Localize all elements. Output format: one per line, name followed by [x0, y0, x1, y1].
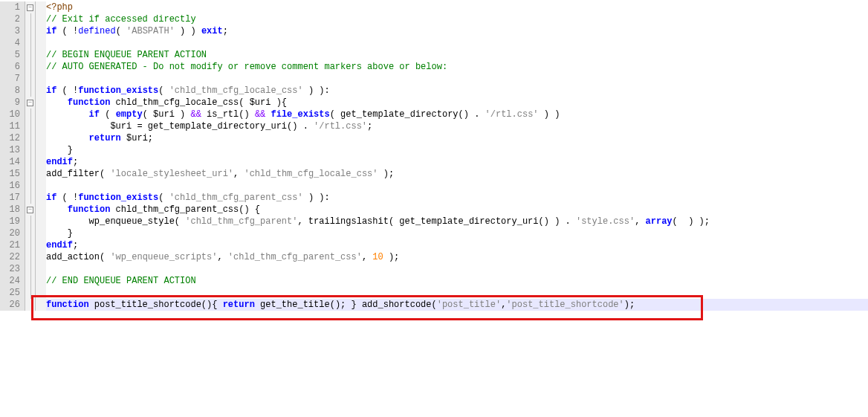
code-content[interactable]: } — [46, 227, 868, 239]
fold-guide-line — [30, 25, 31, 37]
editor-margin — [36, 239, 46, 251]
editor-margin — [36, 299, 46, 311]
code-token: 'chld_thm_cfg_locale_css' — [244, 169, 378, 179]
fold-guide-line — [30, 156, 31, 168]
code-line[interactable]: 15add_filter( 'locale_stylesheet_uri', '… — [0, 168, 868, 180]
code-token: endif — [46, 157, 73, 167]
code-line[interactable]: 8if ( !function_exists( 'chld_thm_cfg_lo… — [0, 85, 868, 97]
code-line[interactable]: 13 } — [0, 144, 868, 156]
code-content[interactable]: if ( !function_exists( 'chld_thm_cfg_loc… — [46, 85, 868, 97]
line-number: 20 — [0, 227, 25, 239]
fold-guide-line — [30, 192, 31, 204]
fold-gutter[interactable]: − — [25, 204, 36, 216]
fold-guide-line — [30, 227, 31, 239]
code-content[interactable]: endif; — [46, 239, 868, 251]
code-line[interactable]: 16 — [0, 180, 868, 192]
code-content[interactable]: <?php — [46, 1, 868, 13]
code-line[interactable]: 22add_action( 'wp_enqueue_scripts', 'chl… — [0, 251, 868, 263]
fold-gutter — [25, 13, 36, 25]
code-content[interactable]: // Exit if accessed directly — [46, 13, 868, 25]
code-content[interactable]: $uri = get_template_directory_uri() . '/… — [46, 120, 868, 132]
code-line[interactable]: 1−<?php — [0, 1, 868, 13]
code-content[interactable]: function post_title_shortcode(){ return … — [46, 299, 868, 311]
fold-collapse-icon[interactable]: − — [27, 207, 33, 213]
editor-margin — [36, 97, 46, 109]
code-content[interactable]: // END ENQUEUE PARENT ACTION — [46, 275, 868, 287]
code-content[interactable]: function chld_thm_cfg_locale_css( $uri )… — [46, 97, 868, 109]
code-line[interactable]: 23 — [0, 263, 868, 275]
code-token: ( ) ); — [673, 216, 710, 227]
code-line[interactable]: 2// Exit if accessed directly — [0, 13, 868, 25]
code-line[interactable]: 11 $uri = get_template_directory_uri() .… — [0, 120, 868, 132]
editor-margin — [36, 180, 46, 192]
code-content[interactable]: wp_enqueue_style( 'chld_thm_cfg_parent',… — [46, 216, 868, 227]
editor-margin — [36, 168, 46, 180]
code-content[interactable]: } — [46, 144, 868, 156]
code-token: ) ) — [539, 109, 560, 120]
code-content[interactable]: return $uri; — [46, 132, 868, 144]
code-line[interactable]: 26function post_title_shortcode(){ retur… — [0, 299, 868, 311]
code-token: function_exists — [78, 193, 158, 203]
code-content[interactable]: function chld_thm_cfg_parent_css() { — [46, 204, 868, 216]
code-line[interactable]: 12 return $uri; — [0, 132, 868, 144]
code-content[interactable] — [46, 73, 868, 85]
fold-gutter[interactable]: − — [25, 1, 36, 13]
code-content[interactable] — [46, 287, 868, 299]
code-line[interactable]: 10 if ( empty( $uri ) && is_rtl() && fil… — [0, 109, 868, 120]
code-token: , — [217, 252, 227, 262]
code-line[interactable]: 20 } — [0, 227, 868, 239]
code-token: } — [46, 228, 73, 239]
code-line[interactable]: 7 — [0, 73, 868, 85]
code-line[interactable]: 19 wp_enqueue_style( 'chld_thm_cfg_paren… — [0, 216, 868, 227]
code-line[interactable]: 18− function chld_thm_cfg_parent_css() { — [0, 204, 868, 216]
fold-gutter[interactable]: − — [25, 97, 36, 109]
editor-margin — [36, 85, 46, 97]
code-content[interactable]: add_action( 'wp_enqueue_scripts', 'chld_… — [46, 251, 868, 263]
code-token: ) ): — [303, 85, 330, 96]
line-number: 10 — [0, 109, 25, 120]
code-content[interactable] — [46, 180, 868, 192]
code-line[interactable]: 9− function chld_thm_cfg_locale_css( $ur… — [0, 97, 868, 109]
line-number: 9 — [0, 97, 25, 109]
line-number: 23 — [0, 263, 25, 275]
code-content[interactable] — [46, 263, 868, 275]
fold-gutter — [25, 227, 36, 239]
code-line[interactable]: 14endif; — [0, 156, 868, 168]
code-token: 'style.css' — [576, 216, 635, 227]
code-line[interactable]: 24// END ENQUEUE PARENT ACTION — [0, 275, 868, 287]
code-token: chld_thm_cfg_parent_css() { — [110, 204, 260, 215]
code-token: 'chld_thm_cfg_parent_css' — [169, 193, 303, 203]
code-content[interactable]: if ( empty( $uri ) && is_rtl() && file_e… — [46, 109, 868, 120]
code-content[interactable] — [46, 37, 868, 49]
fold-gutter — [25, 120, 36, 132]
fold-guide-line — [30, 263, 31, 275]
code-token: ( — [158, 85, 169, 96]
code-line[interactable]: 6// AUTO GENERATED - Do not modify or re… — [0, 61, 868, 73]
code-content[interactable]: endif; — [46, 156, 868, 168]
code-line[interactable]: 4 — [0, 37, 868, 49]
editor-margin — [36, 73, 46, 85]
line-number: 11 — [0, 120, 25, 132]
code-content[interactable]: if ( !defined( 'ABSPATH' ) ) exit; — [46, 25, 868, 37]
fold-guide-line — [30, 120, 31, 132]
code-line[interactable]: 5// BEGIN ENQUEUE PARENT ACTION — [0, 49, 868, 61]
line-number: 4 — [0, 37, 25, 49]
editor-margin — [36, 216, 46, 227]
line-number: 14 — [0, 156, 25, 168]
fold-collapse-icon[interactable]: − — [27, 4, 33, 11]
code-content[interactable]: if ( !function_exists( 'chld_thm_cfg_par… — [46, 192, 868, 204]
code-line[interactable]: 17if ( !function_exists( 'chld_thm_cfg_p… — [0, 192, 868, 204]
code-line[interactable]: 3if ( !defined( 'ABSPATH' ) ) exit; — [0, 25, 868, 37]
code-editor[interactable]: 1−<?php2// Exit if accessed directly3if … — [0, 0, 868, 311]
editor-margin — [36, 61, 46, 73]
code-token: <?php — [46, 2, 73, 13]
code-line[interactable]: 25 — [0, 287, 868, 299]
code-content[interactable]: // AUTO GENERATED - Do not modify or rem… — [46, 61, 868, 73]
code-token: // END ENQUEUE PARENT ACTION — [46, 276, 196, 286]
editor-margin — [36, 287, 46, 299]
code-line[interactable]: 21endif; — [0, 239, 868, 251]
code-token: ; — [223, 26, 228, 36]
code-content[interactable]: // BEGIN ENQUEUE PARENT ACTION — [46, 49, 868, 61]
fold-collapse-icon[interactable]: − — [27, 100, 33, 106]
code-content[interactable]: add_filter( 'locale_stylesheet_uri', 'ch… — [46, 168, 868, 180]
